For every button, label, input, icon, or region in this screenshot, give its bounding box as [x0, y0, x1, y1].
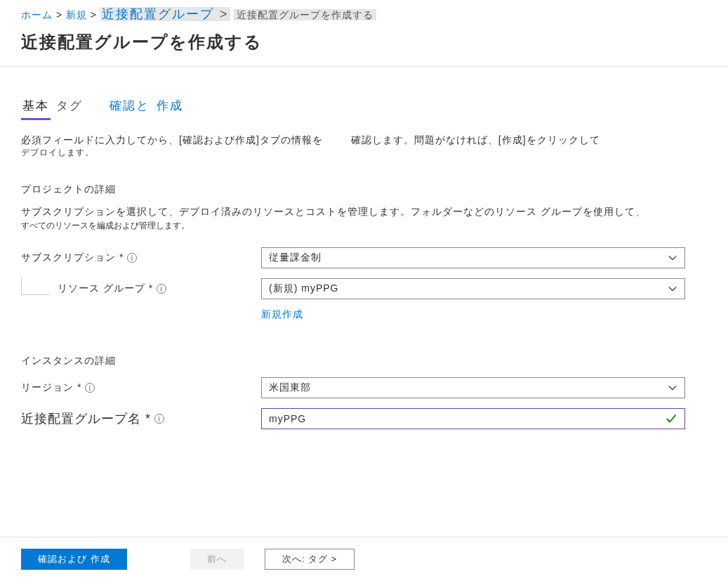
region-value: 米国東部 — [269, 381, 311, 394]
create-new-link[interactable]: 新規作成 — [261, 308, 303, 321]
check-icon — [665, 412, 677, 425]
chevron-down-icon — [668, 253, 677, 263]
previous-button: 前へ — [190, 549, 244, 570]
next-button[interactable]: 次へ: タグ > — [265, 549, 355, 570]
info-icon[interactable]: i — [85, 383, 95, 393]
resource-group-value: (新規) myPPG — [269, 282, 338, 295]
ppg-name-value: myPPG — [269, 413, 306, 424]
instance-details-header: インスタンスの詳細 — [21, 355, 707, 367]
breadcrumb-ppg[interactable]: 近接配置グループ — [100, 7, 216, 21]
page-title: 近接配置グループを作成する — [0, 25, 728, 67]
subscription-label: サブスクリプション * i — [21, 252, 261, 264]
subscription-value: 従量課金制 — [269, 252, 322, 264]
footer: 確認および 作成 前へ 次へ: タグ > — [0, 537, 728, 581]
review-create-button[interactable]: 確認および 作成 — [21, 549, 127, 570]
chevron-down-icon — [668, 284, 677, 294]
intro-description: 必須フィールドに入力してから、[確認および作成]タブの情報を 確認します。問題が… — [21, 134, 695, 159]
info-icon[interactable]: i — [154, 414, 164, 424]
breadcrumb-home[interactable]: ホーム — [21, 9, 53, 20]
ppg-name-input[interactable]: myPPG — [261, 408, 685, 429]
info-icon[interactable]: i — [157, 284, 166, 294]
chevron-down-icon — [668, 383, 677, 393]
tab-tags[interactable]: タグ — [55, 95, 84, 120]
region-select[interactable]: 米国東部 — [261, 377, 685, 398]
info-icon[interactable]: i — [127, 253, 137, 263]
resource-group-select[interactable]: (新規) myPPG — [261, 278, 685, 299]
tab-review-create[interactable]: 作成 — [155, 95, 185, 120]
subscription-select[interactable]: 従量課金制 — [261, 247, 685, 268]
project-desc1: サブスクリプションを選択して、デプロイ済みのリソースとコストを管理します。フォル… — [21, 206, 695, 218]
tab-review[interactable]: 確認と — [108, 95, 151, 120]
tab-basics[interactable]: 基本 — [21, 95, 51, 120]
breadcrumb: ホーム > 新規 > 近接配置グループ > 近接配置グループを作成する — [0, 0, 728, 25]
project-details-header: プロジェクトの詳細 — [21, 183, 707, 196]
breadcrumb-current: 近接配置グループを作成する — [234, 9, 376, 20]
indent-connector — [21, 277, 49, 295]
project-desc2: すべてのリソースを編成および管理します。 — [21, 220, 707, 232]
intro-text-right: 確認します。問題がなければ、[作成]をクリックして — [351, 134, 600, 147]
breadcrumb-new[interactable]: 新規 — [66, 9, 87, 20]
ppg-name-label: 近接配置グループ名 * i — [21, 410, 261, 427]
region-label: リージョン * i — [21, 381, 261, 394]
tabs: 基本 タグ 確認と 作成 — [21, 95, 707, 120]
intro-text-left: 必須フィールドに入力してから、[確認および作成]タブの情報を — [21, 134, 323, 147]
intro-text-line2: デプロイします。 — [21, 147, 695, 159]
resource-group-label: リソース グループ * i — [58, 282, 166, 295]
